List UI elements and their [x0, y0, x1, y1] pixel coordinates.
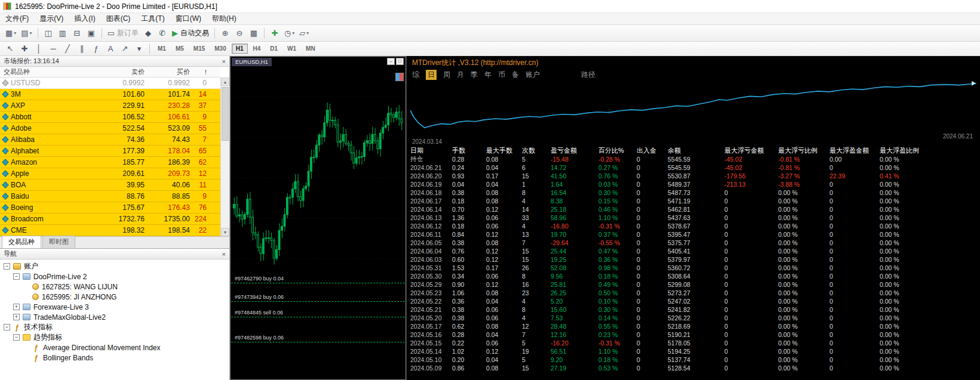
stats-row[interactable]: 2024.06.120.180.064-16.80-0.31 %05378.67… [410, 222, 979, 230]
autotrading-button[interactable]: ▶自动交易 [170, 27, 211, 40]
fibonacci-icon[interactable]: ƒ [90, 42, 103, 55]
order-line[interactable]: #97473942 buy 0.06 [231, 301, 405, 302]
close-icon[interactable]: × [222, 251, 226, 258]
market-watch-row[interactable]: USTUSD0.99920.99920 [0, 78, 220, 89]
stats-row[interactable]: 2024.06.180.380.08816.540.30 %05487.7300… [410, 189, 979, 197]
market-watch-row[interactable]: Alphabet177.39178.0465 [0, 146, 220, 157]
order-line[interactable]: #97462790 buy 0.04 [231, 283, 405, 283]
timeframe-m15[interactable]: M15 [189, 44, 209, 54]
market-watch-row[interactable]: Broadcom1732.761735.00224 [0, 214, 220, 225]
one-click-trading-widget[interactable] [395, 73, 404, 81]
market-watch-row[interactable]: Baidu88.7688.859 [0, 191, 220, 202]
trendline-icon[interactable]: ╱ [61, 42, 74, 55]
crosshair-icon[interactable]: ✚ [18, 42, 31, 55]
timeframe-m1[interactable]: M1 [153, 44, 170, 54]
navigator-item[interactable]: −ƒ技术指标 [0, 322, 229, 332]
menu-view[interactable]: 显示(V) [34, 13, 69, 25]
stats-tab-account[interactable]: 账户 [526, 70, 540, 80]
stats-column-header[interactable]: 余额 [668, 146, 724, 155]
stats-row[interactable]: 2024.05.220.360.0445.200.10 %05247.0200.… [410, 297, 979, 305]
stats-column-header[interactable]: 最大浮盈金额 [830, 146, 880, 155]
tree-expander-icon[interactable]: + [13, 314, 20, 320]
market-watch-toggle-icon[interactable]: ◫ [42, 27, 55, 40]
periods-icon[interactable]: ◷▾ [282, 27, 296, 40]
stats-column-header[interactable]: 最大浮盈比例 [880, 146, 933, 155]
tree-expander-icon[interactable]: − [13, 273, 20, 280]
zoom-in-icon[interactable]: ⊕ [219, 27, 232, 40]
order-line[interactable]: #97484845 sell 0.06 [231, 317, 405, 317]
vertical-line-icon[interactable]: │ [32, 42, 45, 55]
market-watch-row[interactable]: 3M101.60101.7414 [0, 89, 220, 100]
stats-row[interactable]: 2024.06.131.360.063358.961.10 %05437.630… [410, 214, 979, 222]
stats-column-header[interactable]: 出入金 [637, 146, 668, 155]
horizontal-line-icon[interactable]: ─ [47, 42, 60, 55]
market-watch-column-2[interactable]: 买价 [149, 67, 195, 76]
navigator-toggle-icon[interactable]: ⊟ [70, 27, 84, 40]
order-line[interactable]: #97482598 buy 0.06 [231, 342, 405, 342]
navigator-item[interactable]: 1627825: WANG LIJUN [0, 282, 229, 292]
stats-tab-monthly[interactable]: 月 [457, 70, 464, 80]
new-chart-icon[interactable]: ▦▾ [4, 27, 18, 40]
market-watch-row[interactable]: BOA39.9540.0611 [0, 180, 220, 191]
market-watch-tab[interactable]: 即时图 [42, 236, 75, 248]
tree-expander-icon[interactable]: + [13, 304, 20, 310]
tree-expander-icon[interactable]: − [4, 324, 10, 330]
market-watch-row[interactable]: Abbott106.52106.619 [0, 112, 220, 123]
stats-row[interactable]: 2024.05.210.380.06815.600.30 %05241.8200… [410, 305, 979, 314]
stats-row[interactable]: 2024.05.141.020.121956.511.10 %05194.250… [410, 347, 979, 356]
minimize-icon[interactable]: – [387, 58, 395, 65]
stats-row[interactable]: 2024.05.200.380.0647.530.14 %05226.2200.… [410, 314, 979, 322]
stats-tab-weekly[interactable]: 周 [443, 70, 450, 80]
channel-icon[interactable]: ∥ [75, 42, 88, 55]
arrow-tool-icon[interactable]: ↗ [118, 42, 131, 55]
stats-row[interactable]: 2024.06.200.930.171541.500.76 %05530.87-… [410, 172, 979, 180]
stats-column-header[interactable]: 百分比% [598, 146, 637, 155]
navigator-item[interactable]: −趋势指标 [0, 332, 229, 342]
navigator-item[interactable]: 1625995: JI ANZHONG [0, 292, 229, 302]
navigator-item[interactable]: ƒAverage Directional Movement Index [0, 342, 229, 353]
text-label-icon[interactable]: A [104, 42, 117, 55]
timeframe-m30[interactable]: M30 [210, 44, 230, 54]
market-watch-tab[interactable]: 交易品种 [2, 236, 41, 248]
market-watch-row[interactable]: Alibaba74.3674.437 [0, 134, 220, 146]
stats-column-header[interactable]: 手数 [452, 146, 486, 155]
stats-tab-quarterly[interactable]: 季 [471, 70, 478, 80]
stats-row[interactable]: 2024.06.170.180.0848.380.15 %05471.1900.… [410, 197, 979, 205]
navigator-item[interactable]: −DooPrime-Live 2 [0, 271, 229, 282]
stats-row[interactable]: 2024.05.170.620.081228.480.55 %05218.690… [410, 322, 979, 330]
timeframe-h1[interactable]: H1 [232, 44, 248, 54]
scroll-down-icon[interactable]: ▼ [221, 228, 229, 236]
metaeditor-icon[interactable]: ◆ [142, 27, 155, 40]
stats-row[interactable]: 2024.05.090.860.081527.190.53 %05128.540… [410, 364, 979, 372]
timeframe-h4[interactable]: H4 [249, 44, 265, 54]
chart-symbol-label[interactable]: EURUSD,H1 [232, 58, 272, 66]
cursor-icon[interactable]: ↖ [4, 42, 17, 55]
close-icon[interactable]: × [222, 58, 226, 65]
zoom-out-icon[interactable]: ⊖ [233, 27, 246, 40]
menu-file[interactable]: 文件(F) [0, 13, 34, 25]
stats-row[interactable]: 2024.05.300.340.0689.560.18 %05308.6400.… [410, 272, 979, 280]
scrollbar-thumb[interactable] [222, 87, 229, 141]
market-watch-row[interactable]: Boeing175.67176.4376 [0, 202, 220, 214]
tree-expander-icon[interactable]: − [4, 263, 10, 270]
stats-column-header[interactable]: 日期 [410, 146, 452, 155]
stats-row[interactable]: 2024.06.210.240.04614.720.27 %05545.59-4… [410, 163, 979, 172]
profiles-icon[interactable]: ▤▾ [19, 27, 33, 40]
shapes-dropdown-icon[interactable]: ▾ [133, 42, 146, 55]
stats-row[interactable]: 2024.05.231.060.082326.250.50 %05273.270… [410, 289, 979, 297]
scroll-up-icon[interactable]: ▲ [221, 78, 229, 86]
timeframe-w1[interactable]: W1 [283, 44, 300, 54]
stats-tab-path[interactable]: 路径 [581, 70, 595, 80]
stats-tab-daily[interactable]: 日 [426, 70, 437, 80]
stats-row[interactable]: 2024.05.160.280.04712.160.23 %05190.2100… [410, 330, 979, 339]
data-window-icon[interactable]: ▥ [56, 27, 69, 40]
stats-column-header[interactable]: 最大浮亏金额 [724, 146, 778, 155]
expert-advisors-icon[interactable]: ✆ [156, 27, 169, 40]
stats-row[interactable]: 2024.06.040.760.121525.440.47 %05405.410… [410, 247, 979, 255]
market-watch-column-0[interactable]: 交易品种 [0, 67, 82, 76]
stats-column-header[interactable]: 盈亏金额 [551, 146, 598, 155]
stats-column-header[interactable]: 次数 [522, 146, 551, 155]
stats-row[interactable]: 2024.05.290.900.121625.810.49 %05299.080… [410, 280, 979, 289]
navigator-item[interactable]: +TradeMaxGlobal-Live2 [0, 312, 229, 322]
stats-tab-yearly[interactable]: 年 [484, 70, 491, 80]
